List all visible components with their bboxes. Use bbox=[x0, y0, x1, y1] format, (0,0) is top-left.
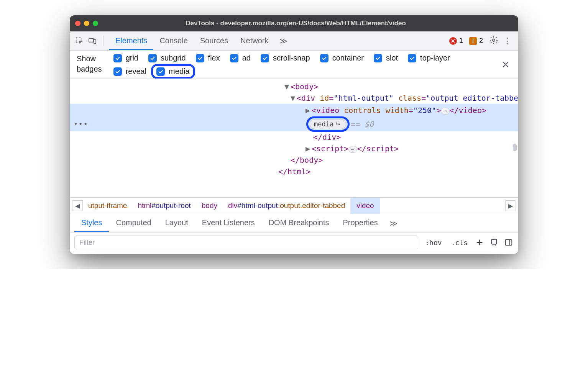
checkbox-icon bbox=[374, 54, 382, 62]
subtab-dom-breakpoints[interactable]: DOM Breakpoints bbox=[262, 214, 336, 232]
collapsed-ellipsis-icon[interactable]: ⋯ bbox=[348, 146, 357, 153]
subtab-properties[interactable]: Properties bbox=[336, 214, 385, 232]
badge-ad[interactable]: ad bbox=[230, 54, 251, 62]
main-tabbar: Elements Console Sources Network ≫ ✕ 1 !… bbox=[70, 31, 518, 51]
close-window-button[interactable] bbox=[75, 21, 80, 26]
styles-subtabs: Styles Computed Layout Event Listeners D… bbox=[70, 214, 518, 232]
badge-flex[interactable]: flex bbox=[196, 54, 220, 62]
computed-styles-icon[interactable] bbox=[489, 237, 499, 247]
equals-indicator: == bbox=[351, 119, 360, 129]
maximize-window-button[interactable] bbox=[93, 21, 98, 26]
devtools-window: DevTools - developer.mozilla.org/en-US/d… bbox=[70, 15, 518, 254]
error-count-value: 1 bbox=[459, 37, 463, 45]
cls-toggle[interactable]: .cls bbox=[449, 239, 470, 247]
checkbox-icon bbox=[196, 54, 204, 62]
error-icon: ✕ bbox=[449, 37, 457, 45]
dollar-zero: $0 bbox=[365, 119, 374, 129]
dom-node-div[interactable]: ▼<div id="html-output" class="output edi… bbox=[283, 92, 518, 104]
checkbox-icon bbox=[148, 54, 157, 62]
more-options-button[interactable]: ⋮ bbox=[500, 36, 514, 46]
checkbox-icon bbox=[408, 54, 416, 62]
tab-console[interactable]: Console bbox=[153, 32, 194, 50]
checkbox-icon bbox=[113, 67, 122, 76]
warning-icon: ! bbox=[469, 37, 477, 45]
badge-reveal[interactable]: reveal bbox=[113, 67, 146, 76]
collapsed-ellipsis-icon[interactable]: ⋯ bbox=[441, 108, 449, 115]
more-tabs-button[interactable]: ≫ bbox=[275, 36, 292, 46]
subtab-styles[interactable]: Styles bbox=[74, 214, 109, 232]
badge-media[interactable]: media bbox=[156, 67, 189, 76]
styles-toolbar: :hov .cls bbox=[70, 232, 518, 254]
new-style-rule-button[interactable] bbox=[475, 237, 485, 247]
checkbox-icon bbox=[230, 54, 238, 62]
subtab-event-listeners[interactable]: Event Listeners bbox=[195, 214, 262, 232]
checkbox-icon bbox=[113, 54, 122, 62]
badge-scroll-snap[interactable]: scroll-snap bbox=[261, 54, 310, 62]
toggle-sidebar-icon[interactable] bbox=[504, 237, 514, 247]
checkbox-icon bbox=[320, 54, 328, 62]
badges-list: grid subgrid flex ad scroll-snap contain… bbox=[113, 54, 458, 76]
badge-top-layer[interactable]: top-layer bbox=[408, 54, 450, 62]
main-tabs: Elements Console Sources Network ≫ bbox=[109, 32, 292, 50]
dom-node-body[interactable]: ▼<body> bbox=[277, 81, 518, 92]
svg-rect-1 bbox=[89, 38, 94, 42]
crumb-iframe[interactable]: utput-iframe bbox=[83, 201, 132, 210]
inspect-element-icon[interactable] bbox=[74, 35, 85, 47]
error-count[interactable]: ✕ 1 bbox=[449, 37, 463, 45]
close-badges-button[interactable]: ✕ bbox=[501, 59, 511, 71]
styles-filter-input[interactable] bbox=[74, 236, 418, 249]
warning-count-value: 2 bbox=[479, 37, 483, 45]
highlight-ring bbox=[306, 116, 350, 132]
divider bbox=[103, 36, 104, 46]
svg-rect-6 bbox=[506, 240, 512, 246]
badge-slot[interactable]: slot bbox=[374, 54, 398, 62]
tab-elements[interactable]: Elements bbox=[109, 32, 153, 50]
tab-sources[interactable]: Sources bbox=[194, 32, 234, 50]
dom-media-badge-line: media == $0 bbox=[70, 117, 518, 131]
tab-network[interactable]: Network bbox=[234, 32, 274, 50]
crumb-div[interactable]: div#html-output.output.editor-tabbed bbox=[223, 201, 350, 210]
crumb-html[interactable]: html#output-root bbox=[132, 201, 196, 210]
collapsed-indicator-icon[interactable]: ••• bbox=[74, 120, 89, 128]
more-subtabs-button[interactable]: ≫ bbox=[385, 219, 402, 228]
badge-settings-row: Show badges grid subgrid flex ad scroll-… bbox=[70, 51, 518, 79]
hov-toggle[interactable]: :hov bbox=[423, 239, 444, 247]
badge-container[interactable]: container bbox=[320, 54, 364, 62]
crumb-body[interactable]: body bbox=[196, 201, 223, 210]
breadcrumb: ◀ utput-iframe html#output-root body div… bbox=[70, 197, 518, 214]
highlight-ring bbox=[151, 64, 195, 79]
dom-node-script[interactable]: ▶<script>⋯</script> bbox=[298, 143, 518, 154]
titlebar: DevTools - developer.mozilla.org/en-US/d… bbox=[70, 15, 518, 31]
svg-rect-5 bbox=[492, 239, 497, 244]
device-toggle-icon[interactable] bbox=[87, 35, 98, 47]
subtab-computed[interactable]: Computed bbox=[109, 214, 158, 232]
dom-node-html-close[interactable]: </html> bbox=[271, 166, 518, 177]
dom-node-body-close[interactable]: </body> bbox=[283, 154, 518, 166]
breadcrumb-scroll-left[interactable]: ◀ bbox=[72, 200, 83, 211]
badges-label-l1: Show bbox=[77, 54, 102, 64]
badge-grid[interactable]: grid bbox=[113, 54, 138, 62]
settings-button[interactable] bbox=[489, 36, 498, 46]
dom-node-div-close[interactable]: </div> bbox=[305, 131, 518, 143]
media-badge[interactable]: media bbox=[310, 119, 346, 129]
dom-tree[interactable]: ••• ▼<body> ▼<div id="html-output" class… bbox=[70, 79, 518, 197]
breadcrumb-scroll-right[interactable]: ▶ bbox=[505, 200, 516, 211]
subtab-layout[interactable]: Layout bbox=[158, 214, 195, 232]
badge-subgrid[interactable]: subgrid bbox=[148, 54, 186, 62]
crumb-video[interactable]: video bbox=[350, 198, 380, 214]
warning-count[interactable]: ! 2 bbox=[469, 37, 483, 45]
badges-label: Show badges bbox=[77, 54, 102, 74]
checkbox-icon bbox=[261, 54, 269, 62]
window-title: DevTools - developer.mozilla.org/en-US/d… bbox=[102, 20, 513, 27]
minimize-window-button[interactable] bbox=[84, 21, 89, 26]
scrollbar-thumb[interactable] bbox=[513, 144, 517, 151]
svg-point-3 bbox=[493, 39, 495, 41]
badges-label-l2: badges bbox=[77, 64, 102, 74]
svg-rect-2 bbox=[94, 39, 96, 43]
dom-node-video-selected[interactable]: ▶<video controls width="250">⋯</video> bbox=[70, 104, 518, 117]
